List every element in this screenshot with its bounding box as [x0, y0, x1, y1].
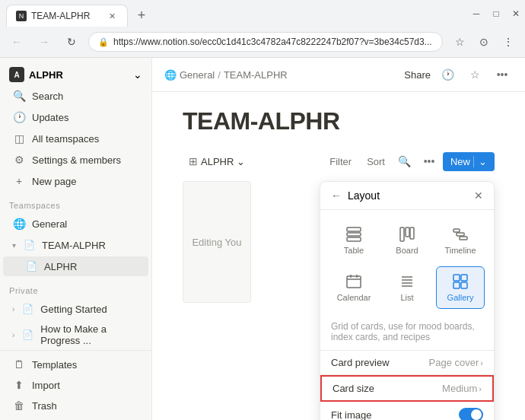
- tab-close-button[interactable]: ✕: [106, 10, 118, 22]
- panel-back-button[interactable]: ←: [331, 189, 342, 202]
- extensions-button[interactable]: ☆: [449, 31, 470, 52]
- sidebar-item-new-page[interactable]: + New page: [3, 171, 148, 191]
- layout-option-table[interactable]: Table: [329, 219, 378, 262]
- card-preview-label: Card preview: [331, 357, 429, 368]
- sidebar-settings-label: Settings & members: [32, 154, 121, 166]
- how-to-progress-chevron-icon: ›: [12, 331, 14, 339]
- new-entry-button[interactable]: New ⌄: [443, 152, 495, 171]
- layout-option-gallery[interactable]: Gallery: [436, 266, 485, 309]
- active-tab[interactable]: N TEAM-ALPHR ✕: [6, 5, 128, 27]
- close-button[interactable]: ✕: [507, 5, 525, 23]
- trash-icon: 🗑: [12, 399, 26, 412]
- new-entry-label: New: [450, 156, 470, 167]
- sidebar-item-updates[interactable]: 🕐 Updates: [3, 107, 148, 127]
- db-view-name: ALPHR: [201, 156, 234, 167]
- layout-option-timeline[interactable]: Timeline: [436, 219, 485, 262]
- db-view-selector[interactable]: ⊞ ALPHR ⌄: [183, 152, 251, 170]
- layout-option-calendar[interactable]: Calendar: [329, 266, 378, 309]
- sort-button[interactable]: Sort: [361, 153, 391, 170]
- gallery-option-label: Gallery: [447, 293, 474, 302]
- new-tab-button[interactable]: +: [131, 5, 152, 27]
- more-button[interactable]: •••: [492, 64, 513, 85]
- card-size-setting[interactable]: Card size Medium ›: [320, 375, 494, 402]
- reload-button[interactable]: ↻: [61, 31, 82, 52]
- panel-close-button[interactable]: ✕: [474, 189, 483, 202]
- card-size-label: Card size: [332, 383, 442, 394]
- sidebar-item-general[interactable]: 🌐 General: [3, 214, 148, 234]
- getting-started-icon: 📄: [21, 302, 34, 316]
- sidebar-item-trash[interactable]: 🗑 Trash: [3, 396, 148, 415]
- panel-description: Grid of cards, use for mood boards, inde…: [320, 318, 494, 351]
- workspace-chevron-icon: ⌄: [133, 68, 142, 81]
- fit-image-toggle[interactable]: [459, 408, 483, 420]
- panel-title: Layout: [348, 189, 474, 202]
- fit-image-label: Fit image: [331, 409, 459, 421]
- page-title: TEAM-ALPHR: [183, 107, 495, 135]
- sidebar-item-search[interactable]: 🔍 Search: [3, 86, 148, 106]
- svg-rect-0: [347, 228, 361, 231]
- history-button[interactable]: 🕐: [437, 64, 458, 85]
- sidebar-import-label: Import: [32, 380, 60, 391]
- tab-favicon: N: [16, 11, 27, 21]
- timeline-icon: [452, 226, 469, 243]
- profile-button[interactable]: ⊙: [473, 31, 495, 52]
- menu-button[interactable]: ⋮: [498, 31, 519, 52]
- tab-bar: N TEAM-ALPHR ✕ +: [0, 0, 158, 27]
- new-page-icon: +: [12, 174, 26, 188]
- sidebar-item-templates[interactable]: 🗒 Templates: [3, 355, 148, 374]
- db-actions: Filter Sort 🔍 ••• New ⌄: [323, 151, 495, 172]
- db-toolbar: ⊞ ALPHR ⌄ Filter Sort 🔍 ••• New ⌄: [183, 151, 495, 172]
- minimize-button[interactable]: ─: [467, 5, 485, 23]
- team-alphr-icon: 📄: [22, 238, 36, 252]
- list-icon: [399, 273, 415, 290]
- workspace-selector[interactable]: A ALPHR ⌄: [0, 64, 151, 85]
- layout-option-board[interactable]: Board: [383, 219, 431, 262]
- sidebar: A ALPHR ⌄ 🔍 Search 🕐 Updates ◫ All teams…: [0, 58, 152, 420]
- svg-rect-2: [347, 237, 361, 241]
- card-preview-setting[interactable]: Card preview Page cover ›: [320, 351, 494, 375]
- back-button[interactable]: ←: [6, 31, 27, 52]
- svg-rect-9: [347, 276, 361, 288]
- card-size-value: Medium ›: [442, 383, 482, 394]
- calendar-option-label: Calendar: [337, 293, 371, 302]
- share-button[interactable]: Share: [404, 69, 431, 81]
- svg-rect-8: [460, 237, 467, 240]
- favorite-button[interactable]: ☆: [464, 64, 485, 85]
- import-icon: ⬆: [12, 378, 26, 392]
- tab-title: TEAM-ALPHR: [31, 11, 90, 21]
- top-actions: Share 🕐 ☆ •••: [404, 64, 513, 85]
- filter-button[interactable]: Filter: [323, 153, 358, 170]
- sidebar-search-label: Search: [32, 91, 63, 102]
- toggle-knob: [471, 409, 482, 420]
- svg-rect-20: [461, 282, 467, 288]
- general-icon: 🌐: [12, 217, 26, 231]
- sidebar-item-how-to-progress[interactable]: › 📄 How to Make a Progress ...: [3, 320, 148, 349]
- url-bar[interactable]: 🔒 https://www.notion.so/ecc0c1d41c3c4782…: [88, 32, 443, 52]
- maximize-button[interactable]: □: [487, 5, 505, 23]
- fit-image-setting[interactable]: Fit image: [320, 402, 494, 420]
- db-more-button[interactable]: •••: [418, 151, 440, 172]
- browser-chrome: N TEAM-ALPHR ✕ + ─ □ ✕ ← → ↻ 🔒 https://w…: [0, 0, 525, 58]
- getting-started-chevron-icon: ›: [12, 305, 14, 313]
- db-search-button[interactable]: 🔍: [394, 151, 415, 172]
- layout-option-list[interactable]: List: [383, 266, 431, 309]
- sidebar-item-settings[interactable]: ⚙ Settings & members: [3, 150, 148, 170]
- svg-rect-3: [400, 228, 404, 241]
- new-dropdown-icon: ⌄: [473, 156, 487, 167]
- teamspaces-icon: ◫: [12, 132, 26, 145]
- sidebar-item-alphr[interactable]: 📄 ALPHR: [3, 256, 148, 276]
- sidebar-item-import[interactable]: ⬆ Import: [3, 375, 148, 395]
- svg-rect-7: [457, 233, 464, 236]
- sidebar-item-getting-started[interactable]: › 📄 Getting Started: [3, 299, 148, 319]
- templates-icon: 🗒: [12, 358, 26, 371]
- svg-rect-18: [461, 275, 467, 281]
- app: A ALPHR ⌄ 🔍 Search 🕐 Updates ◫ All teams…: [0, 58, 525, 420]
- sidebar-item-all-teamspaces[interactable]: ◫ All teamspaces: [3, 129, 148, 148]
- table-option-label: Table: [344, 246, 364, 255]
- sidebar-how-to-progress-label: How to Make a Progress ...: [40, 323, 139, 346]
- gallery-icon: [452, 273, 469, 290]
- sidebar-item-team-alphr[interactable]: ▾ 📄 TEAM-ALPHR: [3, 235, 148, 255]
- sidebar-updates-label: Updates: [32, 112, 68, 123]
- forward-button[interactable]: →: [33, 31, 55, 52]
- svg-rect-1: [347, 233, 361, 236]
